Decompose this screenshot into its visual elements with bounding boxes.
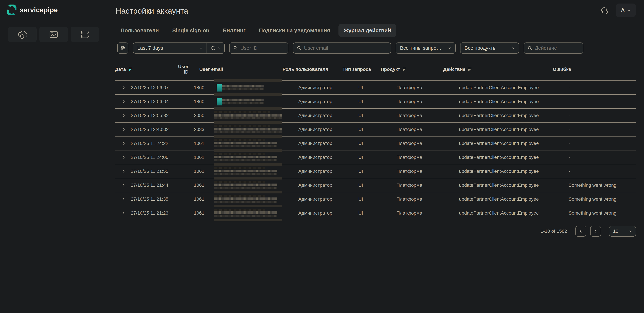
cell-user-id: 1061 xyxy=(189,155,206,160)
server-stack-icon xyxy=(80,29,90,39)
chevron-right-icon xyxy=(122,183,126,187)
user-email-input[interactable] xyxy=(304,45,387,51)
cell-product: Платформа xyxy=(390,141,452,146)
cell-product: Платформа xyxy=(390,85,452,90)
sidebar-item-protection[interactable] xyxy=(8,27,37,42)
cell-action: updatePartnerClientAccountEmployee xyxy=(452,183,561,188)
cell-role: Администратор xyxy=(292,113,352,118)
chevron-down-icon xyxy=(218,46,221,49)
cell-product: Платформа xyxy=(390,183,452,188)
cell-user-id: 1860 xyxy=(189,85,206,90)
cell-product: Платформа xyxy=(390,210,452,216)
expand-row-button[interactable] xyxy=(115,141,131,145)
chevron-right-icon xyxy=(122,113,126,118)
cell-error: - xyxy=(561,99,636,104)
column-header-7[interactable]: Действие xyxy=(436,67,545,72)
cell-error: - xyxy=(561,141,636,146)
expand-row-button[interactable] xyxy=(115,86,131,90)
page-size-select[interactable]: 10 xyxy=(609,226,636,237)
cell-user-email-redacted xyxy=(206,109,292,122)
action-input[interactable] xyxy=(535,45,580,51)
expand-row-button[interactable] xyxy=(115,113,131,118)
sidebar-item-servers[interactable] xyxy=(70,27,99,42)
search-icon xyxy=(296,45,302,50)
search-icon xyxy=(233,45,238,50)
chevron-down-icon xyxy=(199,46,203,50)
cell-error: Something went wrong! xyxy=(561,183,636,188)
column-header-4: Роль пользователя xyxy=(276,67,336,72)
tab-3[interactable]: Биллинг xyxy=(218,24,250,37)
cell-date: 27/10/25 11:21:23 xyxy=(131,210,189,216)
sort-icon[interactable] xyxy=(467,67,472,71)
page-size-value: 10 xyxy=(613,229,618,234)
cell-user-id: 1860 xyxy=(189,99,206,104)
cell-user-email-redacted xyxy=(206,150,292,164)
email-redaction xyxy=(214,164,282,178)
email-redaction xyxy=(214,178,282,192)
servicepipe-logo-icon xyxy=(7,4,16,15)
cell-date: 27/10/25 11:21:35 xyxy=(131,196,189,202)
cell-request-type: UI xyxy=(352,196,390,202)
cell-product: Платформа xyxy=(390,127,452,132)
request-type-select[interactable]: Все типы запро… xyxy=(396,42,456,53)
product-select[interactable]: Все продукты xyxy=(460,42,519,53)
cell-error: Something went wrong! xyxy=(561,210,636,216)
time-range-select[interactable]: Last 7 days xyxy=(133,43,206,53)
cell-user-id: 2050 xyxy=(189,113,206,118)
main-area: A Настройки аккаунта ПользователиSingle … xyxy=(107,0,644,313)
column-header-1[interactable]: Дата xyxy=(115,67,173,72)
email-redaction xyxy=(214,137,282,150)
expand-row-button[interactable] xyxy=(115,169,131,173)
column-header-6[interactable]: Продукт xyxy=(374,67,436,72)
sidebar: servicepipe xyxy=(0,0,107,313)
pagination: 1-10 of 1562 10 xyxy=(107,226,636,237)
cell-user-email-redacted xyxy=(206,192,292,206)
sidebar-item-dashboard[interactable] xyxy=(39,27,68,42)
cell-user-id: 1061 xyxy=(189,210,206,216)
expand-row-button[interactable] xyxy=(115,211,131,215)
expand-row-button[interactable] xyxy=(115,183,131,187)
email-redaction-highlight xyxy=(217,84,222,91)
chevron-right-icon xyxy=(122,211,126,215)
cell-date: 27/10/25 12:56:04 xyxy=(131,99,189,104)
expand-row-button[interactable] xyxy=(115,127,131,131)
support-headset-icon[interactable] xyxy=(600,6,608,14)
topbar-right: A xyxy=(600,3,636,17)
cell-request-type: UI xyxy=(352,99,390,104)
chevron-down-icon xyxy=(627,8,631,12)
sort-icon[interactable] xyxy=(402,67,407,71)
cell-role: Администратор xyxy=(292,196,352,202)
email-redaction xyxy=(214,150,282,164)
filter-toggle-button[interactable] xyxy=(117,42,128,53)
cell-user-email-redacted xyxy=(206,178,292,192)
email-redaction xyxy=(214,206,282,220)
tab-2[interactable]: Single sign-on xyxy=(167,24,214,37)
table-row: 27/10/25 12:56:071860АдминистраторUIПлат… xyxy=(115,81,636,95)
tab-1[interactable]: Пользователи xyxy=(116,24,164,37)
cell-date: 27/10/25 12:56:07 xyxy=(131,85,189,90)
action-search xyxy=(524,42,583,53)
column-label: User email xyxy=(199,67,223,72)
column-header-5: Тип запроса xyxy=(336,67,374,72)
expand-row-button[interactable] xyxy=(115,197,131,201)
tab-4[interactable]: Подписки на уведомления xyxy=(254,24,335,37)
column-label: Дата xyxy=(115,67,126,72)
table-row: 27/10/25 12:55:322050АдминистраторUIПлат… xyxy=(115,109,636,123)
user-id-input[interactable] xyxy=(240,45,285,51)
sidebar-nav xyxy=(0,20,107,42)
cell-error: - xyxy=(561,85,636,90)
prev-page-button[interactable] xyxy=(576,226,586,237)
tab-5[interactable]: Журнал действий xyxy=(338,24,396,37)
expand-row-button[interactable] xyxy=(115,155,131,159)
cell-request-type: UI xyxy=(352,113,390,118)
cell-user-id: 1061 xyxy=(189,196,206,202)
refresh-button[interactable] xyxy=(206,43,224,53)
cell-role: Администратор xyxy=(292,141,352,146)
sort-active-icon[interactable] xyxy=(128,67,133,71)
cell-action: updatePartnerClientAccountEmployee xyxy=(452,85,561,90)
cell-request-type: UI xyxy=(352,210,390,216)
user-menu-button[interactable]: A xyxy=(616,3,636,17)
next-page-button[interactable] xyxy=(590,226,601,237)
user-email-search xyxy=(293,42,391,53)
expand-row-button[interactable] xyxy=(115,100,131,104)
